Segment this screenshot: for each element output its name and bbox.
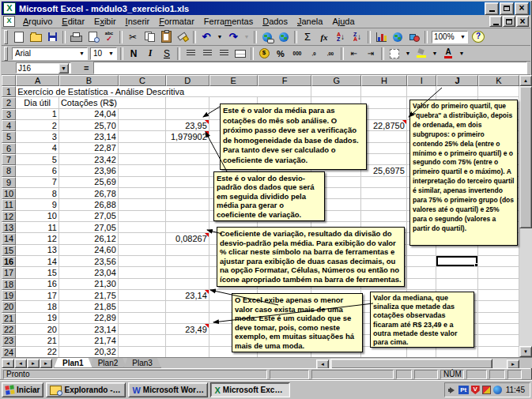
- cell-B3[interactable]: 24,04: [59, 109, 119, 120]
- tray-app-icon[interactable]: [482, 386, 491, 394]
- cell-C15[interactable]: [119, 245, 166, 256]
- currency-style-button[interactable]: $: [256, 47, 272, 61]
- menu-item-janela[interactable]: Janela: [292, 16, 327, 27]
- bold-button[interactable]: N: [126, 47, 141, 61]
- row-header-5[interactable]: 5: [2, 131, 16, 142]
- cell-H11[interactable]: [361, 199, 407, 210]
- cell-A6[interactable]: 4: [16, 143, 59, 154]
- format-painter-button[interactable]: [175, 30, 191, 44]
- merge-center-button[interactable]: [232, 47, 248, 61]
- chart-wizard-button[interactable]: [373, 30, 389, 44]
- cell-A10[interactable]: 8: [16, 188, 59, 199]
- row-header-15[interactable]: 15: [2, 245, 16, 256]
- column-header-H[interactable]: H: [361, 75, 407, 86]
- cell-B14[interactable]: 26,12: [59, 233, 119, 244]
- cell-B23[interactable]: 21,74: [59, 335, 119, 346]
- font-name-select[interactable]: Arial ▼: [12, 47, 88, 60]
- cell-B16[interactable]: 23,56: [59, 256, 119, 267]
- cell-K24[interactable]: [478, 347, 519, 357]
- align-center-button[interactable]: [199, 47, 215, 61]
- row-header-22[interactable]: 22: [2, 324, 16, 335]
- cell-I15[interactable]: [407, 245, 436, 256]
- cell-D5[interactable]: 1,979902: [166, 131, 209, 142]
- cell-A23[interactable]: 21: [16, 335, 59, 346]
- decrease-decimal-button[interactable]: ,00: [323, 47, 338, 61]
- row-header-12[interactable]: 12: [2, 211, 16, 222]
- cell-A5[interactable]: 3: [16, 131, 59, 142]
- row-header-4[interactable]: 4: [2, 120, 16, 131]
- cell-J24[interactable]: [436, 347, 478, 357]
- cell-C5[interactable]: [119, 131, 166, 142]
- cell-J15[interactable]: [436, 245, 478, 256]
- taskbar-app-explorer[interactable]: Explorando - EST_UNIDA...: [46, 382, 126, 397]
- decrease-indent-button[interactable]: ⇤: [346, 47, 362, 61]
- scroll-down-button[interactable]: ▼: [519, 346, 532, 357]
- cell-J16[interactable]: [436, 256, 478, 267]
- cell-K19[interactable]: [478, 290, 519, 301]
- cell-K21[interactable]: [478, 313, 519, 324]
- cell-K20[interactable]: [478, 301, 519, 312]
- cell-C3[interactable]: [119, 109, 166, 120]
- help-button[interactable]: ?: [470, 30, 486, 44]
- row-header-18[interactable]: 18: [2, 279, 16, 290]
- cell-H5[interactable]: [361, 131, 407, 142]
- language-indicator[interactable]: Pt: [458, 386, 469, 394]
- column-header-A[interactable]: A: [16, 75, 59, 86]
- cell-D24[interactable]: [166, 347, 209, 357]
- cell-D3[interactable]: [166, 109, 209, 120]
- cell-D20[interactable]: [166, 301, 209, 312]
- cell-B19[interactable]: 21,75: [59, 290, 119, 301]
- align-right-button[interactable]: [216, 47, 232, 61]
- cell-B7[interactable]: 23,42: [59, 154, 119, 165]
- cell-B2[interactable]: Cotações (R$): [59, 97, 119, 108]
- start-button[interactable]: Iniciar: [2, 382, 43, 397]
- cell-B20[interactable]: 21,85: [59, 301, 119, 312]
- column-header-K[interactable]: K: [478, 75, 519, 86]
- column-header-B[interactable]: B: [59, 75, 119, 86]
- cell-H7[interactable]: [361, 154, 407, 165]
- cell-H9[interactable]: [361, 177, 407, 188]
- zoom-control[interactable]: 100% ▼: [432, 31, 468, 43]
- cell-D11[interactable]: [166, 199, 209, 210]
- font-color-button[interactable]: A: [440, 47, 456, 61]
- fill-color-button[interactable]: [413, 47, 429, 61]
- cell-D10[interactable]: [166, 188, 209, 199]
- sort-descending-button[interactable]: ZA↓: [349, 30, 365, 44]
- borders-button[interactable]: [387, 47, 402, 61]
- doc-close-button[interactable]: ×: [516, 16, 529, 27]
- cell-H24[interactable]: [361, 347, 407, 357]
- cell-A12[interactable]: 10: [16, 211, 59, 222]
- cell-I18[interactable]: [407, 279, 436, 290]
- cell-A16[interactable]: 14: [16, 256, 59, 267]
- last-sheet-button[interactable]: ►: [40, 359, 52, 368]
- taskbar-app-word[interactable]: WMicrosoft Word - Estatístic...: [128, 382, 208, 397]
- menu-item-dados[interactable]: Dados: [258, 16, 292, 27]
- italic-button[interactable]: I: [142, 47, 158, 61]
- cell-D16[interactable]: [166, 256, 209, 267]
- column-header-F[interactable]: F: [258, 75, 312, 86]
- cell-A4[interactable]: 2: [16, 120, 59, 131]
- undo-dropdown[interactable]: ▼: [215, 30, 224, 44]
- speaker-icon[interactable]: [448, 386, 456, 394]
- cell-D15[interactable]: [166, 245, 209, 256]
- web-toolbar-button[interactable]: [276, 30, 292, 44]
- column-header-J[interactable]: J: [436, 75, 478, 86]
- cell-A17[interactable]: 15: [16, 267, 59, 278]
- column-header-G[interactable]: G: [311, 75, 361, 86]
- cell-A24[interactable]: 22: [16, 347, 59, 357]
- workbook-icon[interactable]: X: [3, 16, 15, 27]
- taskbar-app-excel[interactable]: XMicrosoft Excel - mód...: [210, 382, 290, 397]
- previous-sheet-button[interactable]: ◄: [14, 359, 27, 368]
- cell-D14[interactable]: 0,08267: [166, 233, 209, 244]
- redo-dropdown[interactable]: ▼: [242, 30, 251, 44]
- function-wizard-button[interactable]: fx: [316, 30, 332, 44]
- cell-B17[interactable]: 23,04: [59, 267, 119, 278]
- borders-dropdown[interactable]: ▼: [403, 47, 413, 61]
- cell-B8[interactable]: 23,96: [59, 165, 119, 176]
- cell-D21[interactable]: [166, 313, 209, 324]
- cell-A1[interactable]: Exercício de Estatística - Análise Descr…: [16, 86, 258, 97]
- cell-C8[interactable]: [119, 165, 166, 176]
- row-header-9[interactable]: 9: [2, 177, 16, 188]
- row-header-17[interactable]: 17: [2, 267, 16, 278]
- cell-D9[interactable]: [166, 177, 209, 188]
